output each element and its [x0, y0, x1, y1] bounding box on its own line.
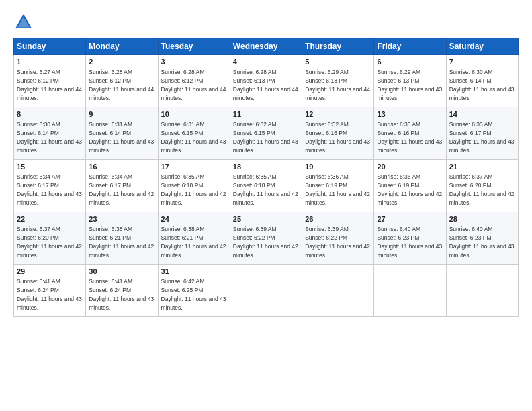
- calendar-day-cell: 29 Sunrise: 6:41 AMSunset: 6:24 PMDaylig…: [14, 265, 86, 317]
- calendar-day-cell: 14 Sunrise: 6:33 AMSunset: 6:17 PMDaylig…: [446, 107, 518, 160]
- calendar-day-cell: 16 Sunrise: 6:34 AMSunset: 6:17 PMDaylig…: [86, 160, 158, 212]
- day-info: Sunrise: 6:33 AMSunset: 6:16 PMDaylight:…: [377, 121, 442, 154]
- calendar-day-cell: 22 Sunrise: 6:37 AMSunset: 6:20 PMDaylig…: [14, 212, 86, 265]
- day-number: 4: [233, 57, 299, 67]
- day-info: Sunrise: 6:34 AMSunset: 6:17 PMDaylight:…: [89, 173, 154, 206]
- day-of-week-header: Thursday: [302, 38, 374, 55]
- day-number: 19: [305, 162, 371, 172]
- day-info: Sunrise: 6:41 AMSunset: 6:24 PMDaylight:…: [17, 278, 82, 311]
- day-of-week-header: Friday: [374, 38, 446, 55]
- calendar-day-cell: [230, 265, 302, 317]
- day-info: Sunrise: 6:40 AMSunset: 6:23 PMDaylight:…: [449, 226, 515, 259]
- day-number: 29: [17, 267, 83, 277]
- logo: [13, 12, 38, 32]
- day-info: Sunrise: 6:32 AMSunset: 6:15 PMDaylight:…: [233, 121, 298, 154]
- day-number: 6: [377, 57, 443, 67]
- day-info: Sunrise: 6:32 AMSunset: 6:16 PMDaylight:…: [305, 121, 370, 154]
- logo-icon: [13, 12, 34, 32]
- day-of-week-header: Saturday: [446, 38, 518, 55]
- day-info: Sunrise: 6:34 AMSunset: 6:17 PMDaylight:…: [17, 173, 82, 206]
- day-number: 11: [233, 109, 299, 120]
- day-number: 25: [233, 214, 299, 224]
- calendar-day-cell: 31 Sunrise: 6:42 AMSunset: 6:25 PMDaylig…: [158, 265, 230, 317]
- day-number: 31: [161, 267, 227, 277]
- day-info: Sunrise: 6:31 AMSunset: 6:14 PMDaylight:…: [89, 121, 154, 154]
- day-info: Sunrise: 6:42 AMSunset: 6:25 PMDaylight:…: [161, 278, 226, 311]
- calendar-week-row: 8 Sunrise: 6:30 AMSunset: 6:14 PMDayligh…: [14, 107, 519, 160]
- day-number: 1: [17, 57, 83, 67]
- calendar-header: SundayMondayTuesdayWednesdayThursdayFrid…: [14, 38, 519, 55]
- calendar-day-cell: 15 Sunrise: 6:34 AMSunset: 6:17 PMDaylig…: [14, 160, 86, 212]
- day-info: Sunrise: 6:39 AMSunset: 6:22 PMDaylight:…: [305, 226, 370, 259]
- day-number: 27: [377, 214, 443, 224]
- day-info: Sunrise: 6:29 AMSunset: 6:13 PMDaylight:…: [377, 68, 442, 101]
- day-info: Sunrise: 6:38 AMSunset: 6:21 PMDaylight:…: [161, 226, 226, 259]
- day-number: 5: [305, 57, 371, 67]
- calendar-day-cell: 27 Sunrise: 6:40 AMSunset: 6:23 PMDaylig…: [374, 212, 446, 265]
- calendar-day-cell: 7 Sunrise: 6:30 AMSunset: 6:14 PMDayligh…: [446, 55, 518, 107]
- day-of-week-header: Wednesday: [230, 38, 302, 55]
- day-number: 24: [161, 214, 227, 224]
- day-number: 2: [89, 57, 154, 67]
- day-info: Sunrise: 6:35 AMSunset: 6:18 PMDaylight:…: [161, 173, 226, 206]
- day-number: 7: [449, 57, 515, 67]
- day-number: 22: [17, 214, 83, 224]
- day-info: Sunrise: 6:37 AMSunset: 6:20 PMDaylight:…: [449, 173, 515, 206]
- calendar-day-cell: 18 Sunrise: 6:35 AMSunset: 6:18 PMDaylig…: [230, 160, 302, 212]
- day-number: 16: [89, 162, 154, 172]
- day-info: Sunrise: 6:28 AMSunset: 6:12 PMDaylight:…: [161, 68, 226, 101]
- day-of-week-header: Sunday: [14, 38, 86, 55]
- day-info: Sunrise: 6:36 AMSunset: 6:19 PMDaylight:…: [305, 173, 370, 206]
- day-info: Sunrise: 6:35 AMSunset: 6:18 PMDaylight:…: [233, 173, 298, 206]
- calendar-week-row: 22 Sunrise: 6:37 AMSunset: 6:20 PMDaylig…: [14, 212, 519, 265]
- calendar-day-cell: 5 Sunrise: 6:29 AMSunset: 6:13 PMDayligh…: [302, 55, 374, 107]
- calendar-day-cell: [374, 265, 446, 317]
- calendar-day-cell: 28 Sunrise: 6:40 AMSunset: 6:23 PMDaylig…: [446, 212, 518, 265]
- calendar-table: SundayMondayTuesdayWednesdayThursdayFrid…: [13, 38, 519, 317]
- day-info: Sunrise: 6:38 AMSunset: 6:21 PMDaylight:…: [89, 226, 154, 259]
- calendar-day-cell: 23 Sunrise: 6:38 AMSunset: 6:21 PMDaylig…: [86, 212, 158, 265]
- day-number: 12: [305, 109, 371, 120]
- calendar-day-cell: 25 Sunrise: 6:39 AMSunset: 6:22 PMDaylig…: [230, 212, 302, 265]
- day-info: Sunrise: 6:37 AMSunset: 6:20 PMDaylight:…: [17, 226, 82, 259]
- calendar-day-cell: 3 Sunrise: 6:28 AMSunset: 6:12 PMDayligh…: [158, 55, 230, 107]
- day-number: 17: [161, 162, 227, 172]
- day-number: 28: [449, 214, 515, 224]
- day-info: Sunrise: 6:41 AMSunset: 6:24 PMDaylight:…: [89, 278, 154, 311]
- calendar-body: 1 Sunrise: 6:27 AMSunset: 6:12 PMDayligh…: [14, 55, 519, 317]
- calendar-week-row: 15 Sunrise: 6:34 AMSunset: 6:17 PMDaylig…: [14, 160, 519, 212]
- day-info: Sunrise: 6:31 AMSunset: 6:15 PMDaylight:…: [161, 121, 226, 154]
- day-of-week-header: Tuesday: [158, 38, 230, 55]
- day-number: 10: [161, 109, 227, 120]
- day-number: 9: [89, 109, 154, 120]
- day-number: 8: [17, 109, 83, 120]
- calendar-day-cell: 24 Sunrise: 6:38 AMSunset: 6:21 PMDaylig…: [158, 212, 230, 265]
- calendar-day-cell: 20 Sunrise: 6:36 AMSunset: 6:19 PMDaylig…: [374, 160, 446, 212]
- calendar-day-cell: 21 Sunrise: 6:37 AMSunset: 6:20 PMDaylig…: [446, 160, 518, 212]
- calendar-day-cell: 6 Sunrise: 6:29 AMSunset: 6:13 PMDayligh…: [374, 55, 446, 107]
- day-number: 3: [161, 57, 227, 67]
- header: [13, 12, 519, 32]
- day-info: Sunrise: 6:29 AMSunset: 6:13 PMDaylight:…: [305, 68, 370, 101]
- days-header-row: SundayMondayTuesdayWednesdayThursdayFrid…: [14, 38, 519, 55]
- calendar-day-cell: 12 Sunrise: 6:32 AMSunset: 6:16 PMDaylig…: [302, 107, 374, 160]
- calendar-day-cell: 19 Sunrise: 6:36 AMSunset: 6:19 PMDaylig…: [302, 160, 374, 212]
- day-number: 18: [233, 162, 299, 172]
- day-number: 20: [377, 162, 443, 172]
- day-number: 14: [449, 109, 515, 120]
- day-info: Sunrise: 6:28 AMSunset: 6:12 PMDaylight:…: [89, 68, 154, 101]
- day-info: Sunrise: 6:39 AMSunset: 6:22 PMDaylight:…: [233, 226, 298, 259]
- calendar-day-cell: 11 Sunrise: 6:32 AMSunset: 6:15 PMDaylig…: [230, 107, 302, 160]
- calendar-day-cell: 26 Sunrise: 6:39 AMSunset: 6:22 PMDaylig…: [302, 212, 374, 265]
- calendar-day-cell: 1 Sunrise: 6:27 AMSunset: 6:12 PMDayligh…: [14, 55, 86, 107]
- calendar-week-row: 1 Sunrise: 6:27 AMSunset: 6:12 PMDayligh…: [14, 55, 519, 107]
- day-number: 15: [17, 162, 83, 172]
- day-info: Sunrise: 6:33 AMSunset: 6:17 PMDaylight:…: [449, 121, 515, 154]
- day-number: 23: [89, 214, 154, 224]
- day-of-week-header: Monday: [86, 38, 158, 55]
- calendar-day-cell: 17 Sunrise: 6:35 AMSunset: 6:18 PMDaylig…: [158, 160, 230, 212]
- day-number: 26: [305, 214, 371, 224]
- calendar-day-cell: [302, 265, 374, 317]
- day-number: 21: [449, 162, 515, 172]
- calendar-day-cell: 2 Sunrise: 6:28 AMSunset: 6:12 PMDayligh…: [86, 55, 158, 107]
